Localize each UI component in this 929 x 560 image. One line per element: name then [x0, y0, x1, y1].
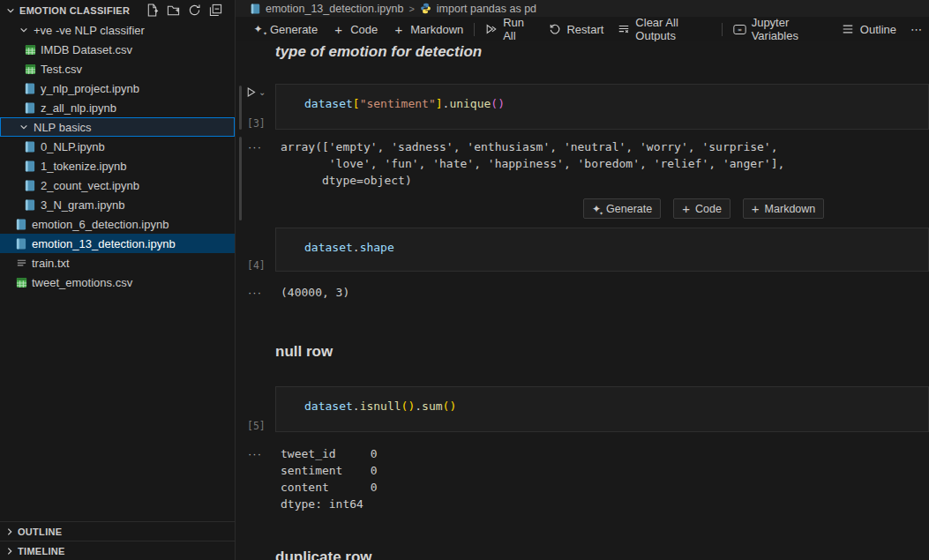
generate-button[interactable]: ✦ Generate — [583, 198, 661, 219]
sidebar-item-file[interactable]: 2_count_vect.ipynb — [0, 175, 235, 195]
python-icon — [420, 3, 431, 14]
notebook-icon — [24, 140, 36, 153]
sidebar-item-file[interactable]: train.txt — [0, 253, 235, 273]
insert-cell-toolbar: ✦ Generate + Code + Markdown — [583, 198, 824, 219]
vscode-window: EMOTION CLASSIFIER +ve -ve NLP classifie… — [0, 0, 929, 560]
file-label: Test.csv — [41, 63, 82, 76]
notebook-icon — [24, 160, 36, 172]
cell-output: tweet_id 0 sentiment 0 content 0 dtype: … — [281, 445, 378, 512]
new-folder-icon[interactable] — [167, 4, 180, 17]
execution-count: [4] — [247, 259, 266, 272]
plus-icon: + — [332, 22, 345, 37]
jupyter-variables-button[interactable]: ∞ Jupyter Variables — [726, 13, 835, 45]
markdown-label: Markdown — [410, 23, 463, 36]
cell-focus-bar — [239, 137, 242, 220]
chevron-down-icon — [19, 26, 28, 34]
outline-section-header[interactable]: OUTLINE — [0, 521, 235, 541]
file-label: IMDB Dataset.csv — [41, 43, 132, 56]
cell-output: (40000, 3) — [281, 284, 349, 301]
chevron-down-icon — [6, 6, 15, 15]
outline-list-icon — [842, 23, 855, 35]
sidebar-item-folder-nlp-basics[interactable]: NLP basics — [0, 117, 235, 137]
restart-button[interactable]: Restart — [541, 20, 611, 39]
chevron-down-icon — [19, 123, 28, 131]
output-menu-icon[interactable]: ··· — [248, 447, 262, 460]
plus-icon: + — [682, 201, 690, 216]
timeline-section-header[interactable]: TIMELINE — [0, 541, 235, 560]
generate-button[interactable]: ✦ Generate — [244, 20, 325, 39]
editor-area: emotion_13_detection.ipynb > import pand… — [236, 0, 929, 560]
add-code-cell-button[interactable]: + Code — [673, 198, 730, 219]
code-label: Code — [350, 23, 378, 36]
sidebar-item-file[interactable]: 1_tokenize.ipynb — [0, 156, 235, 175]
collapse-all-icon[interactable] — [209, 4, 222, 17]
notebook-icon — [24, 179, 36, 191]
markdown-heading: type of emotion for detection — [275, 43, 482, 61]
file-label: 3_N_gram.ipynb — [41, 198, 124, 212]
ellipsis-icon: ⋯ — [910, 23, 922, 36]
sidebar-item-file[interactable]: tweet_emotions.csv — [0, 273, 235, 292]
clear-all-outputs-label: Clear All Outputs — [635, 16, 710, 42]
sidebar-item-file-active[interactable]: emotion_13_detection.ipynb — [0, 234, 235, 253]
code-label: Code — [695, 203, 722, 215]
add-code-cell-button[interactable]: + Code — [325, 19, 385, 40]
sidebar-empty-space — [0, 292, 235, 521]
sidebar-item-file[interactable]: IMDB Dataset.csv — [0, 40, 235, 59]
sidebar-item-folder[interactable]: +ve -ve NLP classifier — [0, 20, 235, 40]
breadcrumb-separator: > — [408, 4, 414, 14]
sidebar-item-file[interactable]: 3_N_gram.ipynb — [0, 195, 235, 214]
refresh-icon[interactable] — [188, 4, 201, 17]
plus-icon: + — [392, 22, 405, 37]
chevron-down-icon[interactable]: ⌄ — [258, 87, 266, 97]
code-cell[interactable]: dataset["sentiment"].unique() — [275, 84, 929, 130]
code-cell[interactable]: dataset.isnull().sum() — [275, 386, 929, 432]
cell-output: array(['empty', 'sadness', 'enthusiasm',… — [281, 138, 784, 189]
cell-code[interactable]: dataset.shape — [304, 241, 394, 254]
sidebar-item-file[interactable]: emotion_6_detection.ipynb — [0, 214, 235, 234]
sidebar-item-file[interactable]: Test.csv — [0, 59, 235, 78]
code-cell[interactable]: dataset.shape — [275, 228, 929, 272]
breadcrumb-file[interactable]: emotion_13_detection.ipynb — [266, 3, 403, 15]
file-label: +ve -ve NLP classifier — [34, 24, 145, 37]
cell-code[interactable]: dataset.isnull().sum() — [304, 399, 456, 413]
csv-table-icon — [15, 276, 27, 288]
run-cell-button[interactable]: ⌄ — [245, 86, 266, 98]
add-markdown-cell-button[interactable]: + Markdown — [385, 19, 470, 40]
clear-all-outputs-button[interactable]: Clear All Outputs — [611, 13, 717, 45]
run-all-button[interactable]: Run All — [478, 13, 541, 45]
sparkle-icon: ✦ — [592, 204, 601, 214]
new-file-icon[interactable] — [146, 4, 159, 17]
notebook-icon — [24, 101, 36, 114]
notebook-icon — [15, 237, 27, 250]
outline-button[interactable]: Outline — [835, 20, 903, 39]
toolbar-divider — [474, 23, 475, 36]
file-label: tweet_emotions.csv — [32, 276, 132, 289]
notebook-canvas[interactable]: type of emotion for detection ⌄ dataset[… — [236, 41, 929, 560]
sidebar-item-file[interactable]: 0_NLP.ipynb — [0, 137, 235, 156]
more-actions-button[interactable]: ⋯ — [903, 20, 929, 39]
chevron-right-icon — [5, 527, 14, 536]
run-icon — [245, 86, 257, 98]
restart-icon — [548, 23, 561, 35]
output-menu-icon[interactable]: ··· — [248, 140, 262, 153]
run-all-label: Run All — [503, 16, 534, 42]
chevron-right-icon — [5, 547, 14, 556]
explorer-project-header[interactable]: EMOTION CLASSIFIER — [0, 0, 235, 20]
output-menu-icon[interactable]: ··· — [248, 286, 262, 299]
markdown-heading: duplicate row — [275, 549, 372, 560]
sidebar-item-file[interactable]: z_all_nlp.ipynb — [0, 98, 235, 117]
sparkle-icon: ✦ — [251, 24, 265, 34]
markdown-heading: null row — [275, 343, 333, 361]
file-label: z_all_nlp.ipynb — [41, 101, 116, 115]
add-markdown-cell-button[interactable]: + Markdown — [743, 198, 824, 219]
csv-table-icon — [24, 43, 36, 56]
plus-icon: + — [752, 201, 760, 216]
file-label: emotion_13_detection.ipynb — [32, 237, 176, 250]
sidebar-item-file[interactable]: y_nlp_project.ipynb — [0, 78, 235, 98]
file-label: emotion_6_detection.ipynb — [32, 218, 169, 231]
clear-all-icon — [618, 23, 630, 35]
file-label: y_nlp_project.ipynb — [41, 82, 139, 95]
cell-code[interactable]: dataset["sentiment"].unique() — [304, 97, 505, 110]
project-title: EMOTION CLASSIFIER — [19, 5, 130, 16]
text-file-icon — [15, 257, 27, 269]
